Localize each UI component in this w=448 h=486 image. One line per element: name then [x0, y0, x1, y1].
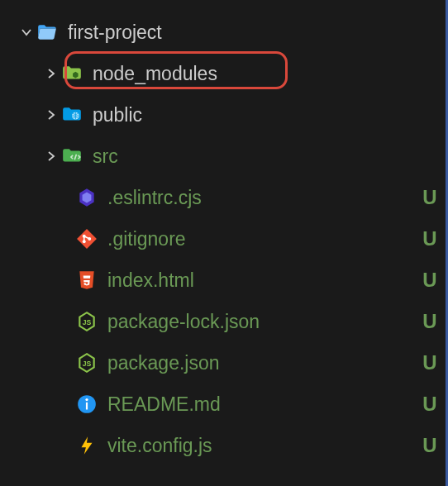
tree-item-label: vite.config.js — [107, 435, 414, 457]
eslint-icon — [76, 187, 98, 208]
vite-icon — [76, 435, 98, 456]
tree-root-label: first-project — [68, 21, 414, 44]
chevron-right-icon — [41, 67, 61, 80]
tree-item-label: src — [93, 145, 414, 168]
svg-text:JS: JS — [83, 360, 92, 368]
tree-item-file[interactable]: JS package-lock.json U — [0, 301, 446, 342]
chevron-right-icon — [41, 150, 61, 163]
tree-item-node-modules[interactable]: node_modules — [0, 53, 446, 94]
folder-open-icon — [36, 21, 58, 43]
git-icon — [76, 228, 98, 250]
tree-root-row[interactable]: first-project — [0, 12, 446, 53]
tree-item-file[interactable]: .gitignore U — [0, 218, 446, 260]
status-untracked: U — [414, 393, 446, 416]
status-untracked: U — [414, 434, 446, 457]
tree-item-label: node_modules — [93, 63, 414, 85]
svg-point-8 — [85, 398, 88, 401]
nodejs-icon: JS — [76, 352, 98, 374]
tree-item-label: package-lock.json — [107, 311, 414, 333]
tree-item-file[interactable]: README.md U — [0, 384, 446, 425]
status-untracked: U — [414, 227, 446, 250]
chevron-down-icon — [17, 26, 36, 39]
tree-item-label: index.html — [107, 269, 414, 292]
folder-public-icon — [61, 104, 83, 126]
status-untracked: U — [414, 351, 446, 374]
tree-item-file[interactable]: index.html U — [0, 260, 446, 301]
tree-item-public[interactable]: public — [0, 94, 446, 136]
status-untracked: U — [414, 269, 446, 292]
tree-item-label: .gitignore — [107, 228, 414, 250]
tree-item-label: .eslintrc.cjs — [107, 187, 414, 209]
tree-item-file[interactable]: JS package.json U — [0, 342, 446, 384]
status-untracked: U — [414, 310, 446, 333]
tree-item-label: README.md — [107, 393, 414, 416]
svg-rect-7 — [86, 403, 88, 410]
tree-item-label: public — [93, 104, 414, 126]
chevron-right-icon — [41, 108, 61, 122]
html-icon — [76, 269, 98, 291]
nodejs-icon: JS — [76, 311, 98, 332]
folder-src-icon — [61, 145, 83, 167]
file-tree: first-project node_modules public src — [0, 0, 446, 466]
status-untracked: U — [414, 186, 446, 209]
folder-node-icon — [61, 63, 83, 84]
tree-item-label: package.json — [107, 352, 414, 374]
info-icon — [76, 393, 98, 415]
tree-item-file[interactable]: .eslintrc.cjs U — [0, 177, 446, 218]
tree-item-src[interactable]: src — [0, 136, 446, 177]
tree-item-file[interactable]: vite.config.js U — [0, 425, 446, 466]
svg-text:JS: JS — [83, 318, 92, 326]
